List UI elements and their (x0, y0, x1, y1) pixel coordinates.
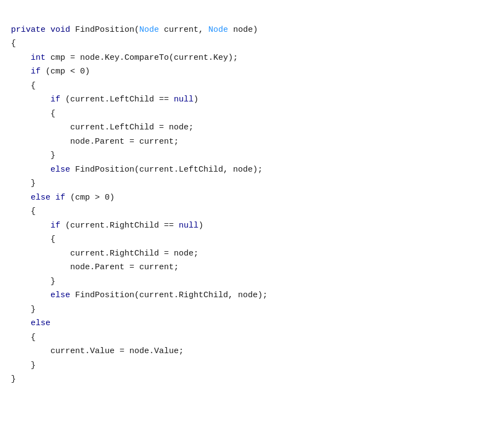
line-15: if (current.RightChild == null) (11, 221, 203, 230)
line-14: { (11, 207, 36, 216)
line-3: int cmp = node.Key.CompareTo(current.Key… (11, 53, 238, 63)
line-17: current.RightChild = node; (11, 249, 198, 258)
line-10: } (11, 151, 55, 160)
line-4: if (cmp < 0) (11, 67, 90, 76)
line-7: { (11, 109, 55, 118)
line-24: current.Value = node.Value; (11, 347, 184, 356)
line-12: } (11, 179, 36, 188)
line-25: } (11, 361, 36, 370)
line-11: else FindPosition(current.LeftChild, nod… (11, 165, 263, 174)
line-2: { (11, 39, 16, 48)
line-20: else FindPosition(current.RightChild, no… (11, 291, 268, 300)
line-19: } (11, 277, 55, 286)
line-21: } (11, 305, 36, 314)
line-5: { (11, 81, 36, 90)
line-9: node.Parent = current; (11, 137, 179, 146)
line-23: { (11, 333, 36, 342)
line-6: if (current.LeftChild == null) (11, 95, 198, 104)
code-display: private void FindPosition(Node current, … (11, 9, 466, 387)
line-18: node.Parent = current; (11, 263, 179, 272)
line-13: else if (cmp > 0) (11, 193, 115, 202)
line-22: else (11, 319, 50, 328)
line-8: current.LeftChild = node; (11, 123, 194, 132)
line-26: } (11, 375, 16, 384)
line-16: { (11, 235, 55, 244)
line-1: private void FindPosition(Node current, … (11, 25, 258, 35)
